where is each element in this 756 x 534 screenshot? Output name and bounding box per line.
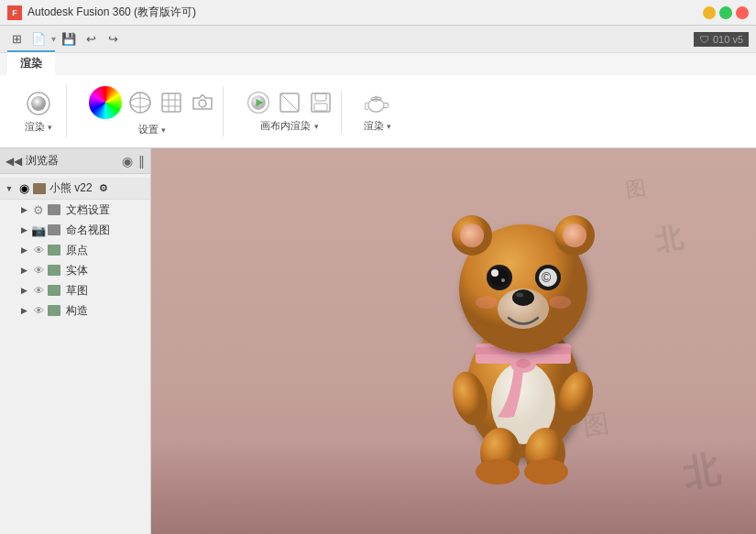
origin-label: 原点 [66, 243, 88, 258]
sidebar-title: 浏览器 [26, 153, 59, 169]
app-icon: F [7, 5, 22, 20]
svg-rect-18 [314, 104, 327, 111]
svg-point-49 [476, 296, 498, 309]
app-title: Autodesk Fusion 360 (教育版许可) [27, 5, 196, 20]
version-shield-icon: 🛡 [699, 34, 709, 45]
root-folder-icon [33, 183, 46, 194]
render-main-label: 渲染 ▾ [25, 120, 52, 134]
tree-item-named-views[interactable]: ▶ 📷 命名视图 [0, 220, 150, 240]
svg-rect-17 [315, 93, 326, 101]
sketch-expand-icon[interactable]: ▶ [18, 285, 29, 296]
ribbon-tabs: 渲染 [0, 53, 756, 75]
tree-root-item[interactable]: ▼ ◉ 小熊 v22 ⚙ [0, 178, 150, 200]
ribbon-content: 渲染 ▾ [0, 75, 756, 148]
render-main-items: 渲染 ▾ [18, 85, 59, 137]
sketch-eye-icon[interactable]: 👁 [31, 283, 46, 298]
solid-expand-icon[interactable]: ▶ [18, 265, 29, 276]
maximize-button[interactable] [719, 6, 732, 19]
tree-item-solid[interactable]: ▶ 👁 实体 [0, 260, 150, 280]
render-main-group: 渲染 ▾ [11, 85, 67, 137]
canvas-render-stop-icon[interactable] [277, 90, 302, 115]
minimize-button[interactable] [703, 6, 716, 19]
sketch-label: 草图 [66, 283, 88, 299]
svg-point-38 [563, 223, 586, 247]
canvas-render-items [246, 90, 334, 115]
camera-icon[interactable] [190, 90, 215, 115]
views-icon: 📷 [31, 223, 46, 237]
version-badge: 🛡 010 v5 [694, 32, 749, 47]
solid-label: 实体 [66, 263, 88, 278]
construction-expand-icon[interactable]: ▶ [18, 305, 29, 316]
undo-icon[interactable]: ↩ [82, 30, 100, 49]
root-label: 小熊 v22 [49, 180, 93, 196]
sidebar-tree: ▼ ◉ 小熊 v22 ⚙ ▶ ⚙ 文档设置 ▶ 📷 命名视图 ▶ [0, 174, 150, 534]
tree-item-doc-settings[interactable]: ▶ ⚙ 文档设置 [0, 200, 150, 220]
settings-items [89, 86, 215, 119]
canvas-render-save-icon[interactable] [308, 90, 334, 115]
tree-item-sketch[interactable]: ▶ 👁 草图 [0, 280, 150, 300]
svg-text:©: © [542, 270, 552, 285]
teapot-icon[interactable] [365, 90, 390, 115]
file-icon[interactable]: 📄 [29, 30, 48, 49]
svg-point-10 [199, 100, 206, 107]
render-dropdown-button[interactable]: 渲染 ▾ [18, 85, 59, 137]
3d-viewport[interactable]: © 北 北 图 图 [151, 148, 756, 534]
svg-point-33 [524, 459, 568, 485]
construction-label: 构造 [66, 303, 88, 319]
root-settings-icon[interactable]: ⚙ [96, 181, 111, 196]
svg-point-27 [516, 359, 531, 368]
color-wheel-icon[interactable] [89, 86, 122, 119]
environment-icon[interactable] [127, 90, 153, 115]
canvas-render-label[interactable]: 画布内渲染 ▾ [260, 119, 318, 133]
sidebar-header: ◀◀ 浏览器 ◉ ‖ [0, 148, 150, 174]
version-text: 010 v5 [713, 34, 743, 45]
final-render-group: 渲染 ▾ [356, 90, 399, 133]
construction-folder-icon [48, 305, 60, 316]
svg-point-44 [491, 269, 499, 277]
quick-access-toolbar: ⊞ 📄 ▾ 💾 ↩ ↪ 🛡 010 v5 [0, 26, 756, 53]
views-expand-icon[interactable]: ▶ [18, 224, 29, 235]
sidebar: ◀◀ 浏览器 ◉ ‖ ▼ ◉ 小熊 v22 ⚙ ▶ ⚙ 文档设置 [0, 148, 151, 534]
svg-point-50 [549, 296, 571, 309]
canvas-render-play-icon[interactable] [246, 90, 271, 115]
tree-item-construction[interactable]: ▶ 👁 构造 [0, 300, 150, 321]
svg-rect-5 [162, 93, 181, 112]
window-controls [703, 6, 749, 19]
bear-svg: © [406, 160, 644, 490]
tree-item-origin[interactable]: ▶ 👁 原点 [0, 240, 150, 260]
svg-point-36 [460, 223, 484, 247]
save-icon[interactable]: 💾 [60, 30, 78, 49]
close-button[interactable] [736, 6, 749, 19]
doc-folder-icon [48, 204, 60, 215]
canvas-render-group: 画布内渲染 ▾ [238, 90, 342, 133]
final-render-label[interactable]: 渲染 ▾ [364, 119, 391, 133]
sidebar-pin-icon[interactable]: ◉ [122, 154, 133, 169]
svg-point-41 [516, 292, 523, 297]
doc-expand-icon[interactable]: ▶ [18, 204, 29, 215]
tab-render[interactable]: 渲染 [7, 50, 55, 75]
svg-point-32 [476, 459, 520, 485]
origin-eye-icon[interactable]: 👁 [31, 243, 46, 257]
title-bar: F Autodesk Fusion 360 (教育版许可) [0, 0, 756, 26]
views-folder-icon [48, 224, 60, 235]
settings-group: 设置 ▾ [82, 86, 224, 136]
root-expand-icon[interactable]: ▼ [4, 183, 15, 194]
origin-expand-icon[interactable]: ▶ [18, 245, 29, 256]
svg-point-45 [501, 278, 505, 282]
doc-label: 文档设置 [66, 202, 110, 218]
grid-icon[interactable]: ⊞ [7, 30, 26, 49]
origin-folder-icon [48, 245, 60, 256]
sidebar-more-icon[interactable]: ‖ [138, 154, 145, 169]
sidebar-collapse-icon[interactable]: ◀◀ [5, 155, 22, 168]
views-label: 命名视图 [66, 223, 110, 238]
main-area: ◀◀ 浏览器 ◉ ‖ ▼ ◉ 小熊 v22 ⚙ ▶ ⚙ 文档设置 [0, 148, 756, 534]
sidebar-options: ◉ ‖ [122, 154, 145, 169]
solid-eye-icon[interactable]: 👁 [31, 263, 46, 278]
settings-label[interactable]: 设置 ▾ [138, 123, 166, 136]
bear-model: © [406, 160, 644, 490]
construction-eye-icon[interactable]: 👁 [31, 303, 46, 318]
root-visibility-icon[interactable]: ◉ [16, 181, 31, 196]
svg-point-1 [31, 96, 46, 111]
texture-icon[interactable] [159, 90, 184, 115]
redo-icon[interactable]: ↪ [104, 30, 122, 49]
